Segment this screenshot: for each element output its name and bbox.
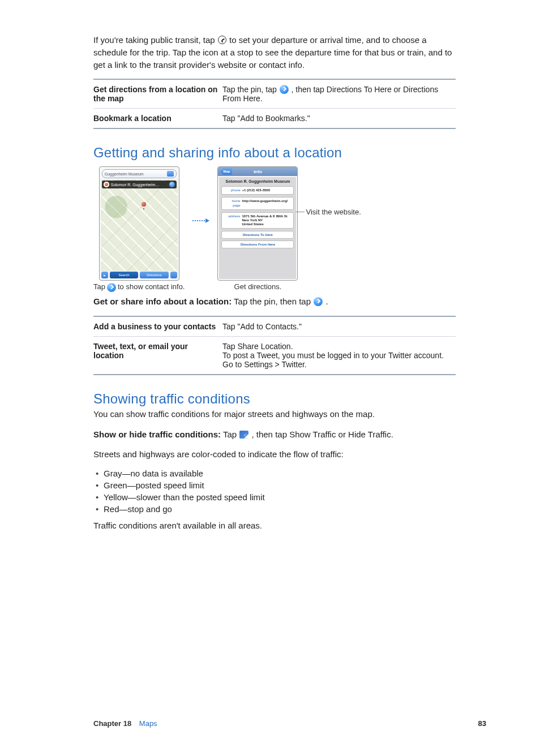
list-item: Yellow—slower than the posted speed limi… <box>93 492 456 502</box>
info-row: phone +1 (212) 423-3500 <box>221 186 294 195</box>
intro-paragraph: If you're taking public transit, tap to … <box>93 34 456 71</box>
directions-table: Get directions from a location on the ma… <box>93 79 456 129</box>
map-background <box>101 179 178 271</box>
figure-caption-right: Get directions. <box>234 282 282 292</box>
locate-button: ➤ <box>101 272 108 278</box>
info-body: Solomon R. Guggenheim Museum phone +1 (2… <box>219 177 296 279</box>
table-row: Bookmark a location Tap "Add to Bookmark… <box>93 109 456 129</box>
pin-callout: Solomon R. Guggenheim… <box>102 181 177 188</box>
list-item: Green—posted speed limit <box>93 480 456 490</box>
footer-section-name: Maps <box>139 719 157 728</box>
row-value: Tap "Add to Contacts." <box>222 316 456 337</box>
directions-tab: Directions <box>140 272 169 278</box>
disclosure-icon <box>280 85 289 94</box>
disclosure-icon <box>169 182 175 187</box>
page-curl-icon <box>239 431 248 439</box>
table-row: Tweet, text, or email your location Tap … <box>93 336 456 375</box>
traffic-instruction: Show or hide traffic conditions: Tap , t… <box>93 428 456 441</box>
row-label: Add a business to your contacts <box>93 316 222 337</box>
connector-arrow-icon <box>192 218 209 223</box>
info-row: address 1071 5th Avenue & E 89th St New … <box>221 212 294 229</box>
page-footer: Chapter 18 Maps 83 <box>93 719 486 728</box>
figure-caption-left: Tap to show contact info. <box>93 282 185 292</box>
page-curl-button <box>170 272 177 278</box>
traffic-color-list: Gray—no data is available Green—posted s… <box>93 469 456 514</box>
row-value: Tap Share Location. To post a Tweet, you… <box>222 336 456 375</box>
traffic-disclaimer: Traffic conditions aren't available in a… <box>93 519 456 532</box>
disclosure-icon <box>314 297 323 306</box>
traffic-intro: You can show traffic conditions for majo… <box>93 408 456 420</box>
row-value: Tap the pin, tap , then tap Directions T… <box>222 79 456 109</box>
phone-screenshot-map: Guggenheim Museum Solomon R. Guggenheim…… <box>99 166 179 281</box>
table-row: Add a business to your contacts Tap "Add… <box>93 316 456 337</box>
search-text: Guggenheim Museum <box>105 172 144 176</box>
info-header-title: Info <box>254 169 262 174</box>
info-title: Solomon R. Guggenheim Museum <box>221 179 294 184</box>
clock-icon <box>218 36 226 44</box>
list-item: Red—stop and go <box>93 504 456 514</box>
directions-icon <box>167 171 174 177</box>
list-item: Gray—no data is available <box>93 469 456 478</box>
figure-group: Guggenheim Museum Solomon R. Guggenheim…… <box>93 166 456 292</box>
section-heading-getting-info: Getting and sharing info about a locatio… <box>93 145 456 161</box>
disclosure-icon <box>107 283 116 292</box>
row-value: Tap "Add to Bookmarks." <box>222 109 456 129</box>
share-table: Add a business to your contacts Tap "Add… <box>93 316 456 375</box>
street-view-icon <box>104 182 109 187</box>
get-share-line: Get or share info about a location: Tap … <box>93 295 456 308</box>
directions-to-here-button: Directions To Here <box>221 231 294 239</box>
back-button: Map <box>220 168 232 175</box>
table-row: Get directions from a location on the ma… <box>93 79 456 109</box>
bottom-toolbar: ➤ Search Directions <box>101 272 177 278</box>
info-row: home page http://www.guggenheim.org/ <box>221 197 294 209</box>
search-tab: Search <box>110 272 139 278</box>
footer-page-number: 83 <box>478 719 486 728</box>
row-label: Tweet, text, or email your location <box>93 336 222 375</box>
footer-chapter: Chapter 18 <box>93 719 131 728</box>
info-header: Map Info <box>218 167 297 176</box>
traffic-colorcode-intro: Streets and highways are color-coded to … <box>93 448 456 461</box>
row-label: Get directions from a location on the ma… <box>93 79 222 109</box>
section-heading-traffic: Showing traffic conditions <box>93 391 456 407</box>
map-pin-icon <box>142 202 146 207</box>
pin-callout-label: Solomon R. Guggenheim… <box>111 183 160 187</box>
phone-screenshot-info: Map Info Solomon R. Guggenheim Museum ph… <box>217 166 298 281</box>
row-label: Bookmark a location <box>93 109 222 129</box>
figure-annotation-website: Visit the website. <box>306 208 361 217</box>
search-bar: Guggenheim Museum <box>102 169 177 178</box>
directions-from-here-button: Directions From Here <box>221 240 294 248</box>
